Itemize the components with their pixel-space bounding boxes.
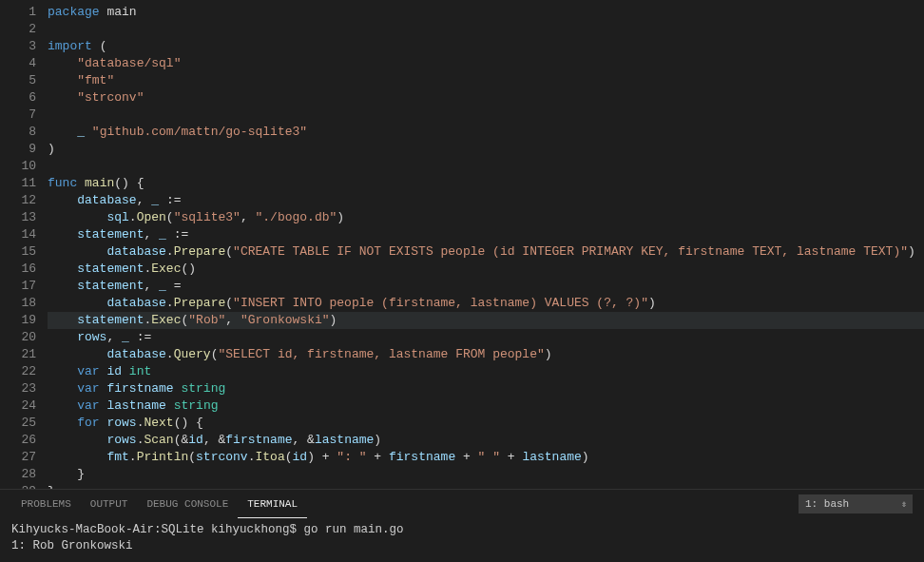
line-number: 18 [0, 295, 36, 312]
code-line[interactable]: var lastname string [48, 397, 924, 415]
line-number: 25 [0, 415, 36, 432]
code-line[interactable] [48, 21, 924, 38]
line-number: 11 [0, 175, 36, 192]
line-number: 6 [0, 89, 36, 107]
line-number: 3 [0, 38, 36, 55]
code-line[interactable]: statement.Exec("Rob", "Gronkowski") [48, 312, 924, 329]
line-number: 20 [0, 329, 36, 346]
code-line[interactable]: fmt.Println(strconv.Itoa(id) + ": " + fi… [48, 449, 924, 466]
line-number: 19 [0, 312, 36, 329]
bottom-panel: PROBLEMS OUTPUT DEBUG CONSOLE TERMINAL 1… [0, 489, 924, 562]
code-line[interactable]: var id int [48, 363, 924, 380]
line-number-gutter: 1234567891011121314151617181920212223242… [0, 0, 48, 489]
code-line[interactable]: "strconv" [48, 89, 924, 107]
code-line[interactable]: } [48, 466, 924, 483]
code-line[interactable]: database.Query("SELECT id, firstname, la… [48, 346, 924, 363]
tab-output[interactable]: OUTPUT [81, 490, 138, 518]
code-line[interactable]: ) [48, 141, 924, 158]
code-line[interactable]: rows.Scan(&id, &firstname, &lastname) [48, 432, 924, 449]
line-number: 10 [0, 158, 36, 175]
code-line[interactable]: statement.Exec() [48, 261, 924, 278]
terminal-output[interactable]: Kihyucks-MacBook-Air:SQLite kihyuckhong$… [0, 518, 924, 562]
line-number: 27 [0, 449, 36, 466]
code-line[interactable]: "database/sql" [48, 55, 924, 72]
line-number: 28 [0, 466, 36, 483]
code-editor[interactable]: 1234567891011121314151617181920212223242… [0, 0, 924, 489]
code-line[interactable]: _ "github.com/mattn/go-sqlite3" [48, 124, 924, 141]
tab-problems[interactable]: PROBLEMS [11, 490, 81, 518]
code-line[interactable] [48, 158, 924, 175]
line-number: 15 [0, 243, 36, 261]
line-number: 23 [0, 380, 36, 397]
line-number: 24 [0, 397, 36, 415]
line-number: 4 [0, 55, 36, 72]
line-number: 17 [0, 278, 36, 295]
code-line[interactable]: statement, _ = [48, 278, 924, 295]
tab-debug-console[interactable]: DEBUG CONSOLE [137, 490, 238, 518]
code-line[interactable]: sql.Open("sqlite3", "./bogo.db") [48, 209, 924, 226]
code-line[interactable]: database.Prepare("CREATE TABLE IF NOT EX… [48, 243, 924, 261]
code-line[interactable]: import ( [48, 38, 924, 55]
line-number: 14 [0, 226, 36, 243]
code-line[interactable] [48, 107, 924, 124]
code-line[interactable]: rows, _ := [48, 329, 924, 346]
line-number: 1 [0, 4, 36, 21]
code-line[interactable]: database, _ := [48, 192, 924, 209]
code-line[interactable]: func main() { [48, 175, 924, 192]
code-line[interactable]: database.Prepare("INSERT INTO people (fi… [48, 295, 924, 312]
line-number: 21 [0, 346, 36, 363]
line-number: 22 [0, 363, 36, 380]
line-number: 12 [0, 192, 36, 209]
code-area[interactable]: package main import ( "database/sql" "fm… [48, 0, 924, 489]
line-number: 5 [0, 72, 36, 89]
line-number: 26 [0, 432, 36, 449]
code-line[interactable]: statement, _ := [48, 226, 924, 243]
code-line[interactable]: for rows.Next() { [48, 415, 924, 432]
line-number: 7 [0, 107, 36, 124]
line-number: 8 [0, 124, 36, 141]
code-line[interactable]: var firstname string [48, 380, 924, 397]
line-number: 2 [0, 21, 36, 38]
line-number: 16 [0, 261, 36, 278]
line-number: 9 [0, 141, 36, 158]
code-line[interactable]: package main [48, 4, 924, 21]
line-number: 13 [0, 209, 36, 226]
panel-tabs: PROBLEMS OUTPUT DEBUG CONSOLE TERMINAL 1… [0, 490, 924, 518]
tab-terminal[interactable]: TERMINAL [238, 490, 307, 518]
terminal-selector[interactable]: 1: bash [799, 494, 913, 514]
code-line[interactable]: "fmt" [48, 72, 924, 89]
